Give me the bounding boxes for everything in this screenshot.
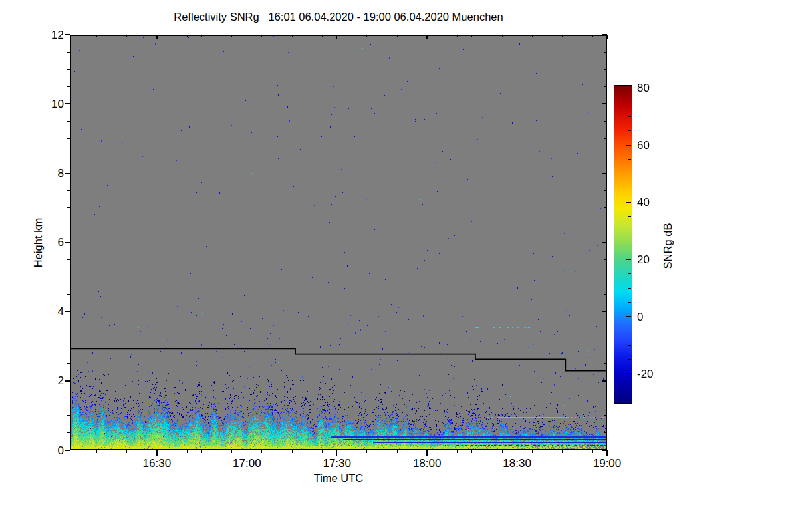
x-axis-top-minor-tick	[577, 35, 577, 37]
y-axis-right-minor-tick	[604, 69, 607, 70]
colorbar-minor-tick	[628, 345, 631, 346]
y-axis-right-tick	[602, 380, 607, 382]
y-axis-minor-tick	[67, 121, 70, 122]
colorbar-major-tick	[626, 202, 631, 203]
colorbar-major-tick	[626, 88, 631, 88]
y-axis-minor-tick	[67, 69, 70, 70]
x-axis-top-minor-tick	[366, 35, 367, 37]
y-axis-minor-tick	[67, 190, 70, 191]
y-axis-major-tick	[65, 450, 70, 451]
x-axis-top-minor-tick	[397, 35, 398, 37]
y-axis-right-tick	[602, 311, 607, 313]
y-axis-major-tick	[65, 34, 70, 35]
colorbar-tick-label: 80	[637, 82, 650, 94]
x-axis-top-minor-tick	[172, 35, 172, 37]
x-axis-top-tick	[156, 35, 158, 39]
x-axis-minor-tick	[261, 450, 262, 453]
y-axis-right-minor-tick	[604, 156, 607, 156]
y-axis-minor-tick	[67, 415, 70, 416]
x-axis-minor-tick	[532, 450, 533, 453]
y-axis-right-tick	[602, 450, 607, 451]
x-axis-top-minor-tick	[382, 35, 382, 37]
x-axis-minor-tick	[577, 450, 577, 453]
colorbar-label: SNRg dB	[662, 223, 674, 269]
y-axis-right-minor-tick	[604, 294, 607, 295]
colorbar-minor-tick	[628, 231, 631, 231]
colorbar-minor-tick	[628, 359, 631, 360]
colorbar-minor-tick	[628, 302, 631, 303]
x-axis-top-minor-tick	[201, 35, 202, 37]
y-axis-tick-label: 12	[39, 29, 64, 41]
y-axis-minor-tick	[67, 156, 70, 156]
y-axis-minor-tick	[67, 138, 70, 139]
x-axis-top-tick	[247, 35, 248, 39]
x-axis-tick-label: 17:00	[233, 457, 261, 469]
y-axis-right-minor-tick	[604, 259, 607, 260]
x-axis-tick-label: 19:00	[593, 457, 622, 469]
x-axis-major-tick	[336, 450, 338, 456]
x-axis-top-minor-tick	[82, 35, 82, 37]
y-axis-minor-tick	[67, 207, 70, 208]
colorbar-tick-label: 60	[637, 139, 650, 152]
colorbar-minor-tick	[628, 331, 631, 331]
x-axis-minor-tick	[352, 450, 352, 453]
x-axis-minor-tick	[172, 450, 172, 453]
y-axis-minor-tick	[67, 346, 70, 346]
x-axis-top-minor-tick	[96, 35, 97, 37]
x-axis-top-minor-tick	[532, 35, 533, 37]
y-axis-right-minor-tick	[604, 86, 607, 87]
y-axis-right-minor-tick	[604, 138, 607, 139]
x-axis-top-minor-tick	[187, 35, 188, 37]
y-axis-right-minor-tick	[604, 398, 607, 398]
x-axis-top-minor-tick	[142, 35, 142, 37]
colorbar-major-tick	[626, 373, 631, 374]
x-axis-minor-tick	[277, 450, 277, 453]
x-axis-top-minor-tick	[112, 35, 112, 37]
y-axis-right-minor-tick	[604, 329, 607, 329]
x-axis-top-minor-tick	[592, 35, 593, 37]
x-axis-major-tick	[247, 450, 248, 456]
y-axis-tick-label: 2	[39, 374, 64, 387]
y-axis-tick-label: 4	[39, 305, 64, 318]
x-axis-minor-tick	[82, 450, 82, 453]
x-axis-major-tick	[517, 450, 518, 456]
y-axis-right-tick	[602, 242, 607, 243]
x-axis-minor-tick	[322, 450, 323, 453]
x-axis-minor-tick	[307, 450, 307, 453]
x-axis-top-minor-tick	[502, 35, 503, 37]
x-axis-minor-tick	[442, 450, 442, 453]
x-axis-minor-tick	[487, 450, 487, 453]
x-axis-minor-tick	[126, 450, 127, 453]
colorbar-minor-tick	[628, 102, 631, 102]
colorbar-minor-tick	[628, 273, 631, 274]
y-axis-minor-tick	[67, 259, 70, 260]
y-axis-major-tick	[65, 380, 70, 382]
heatmap-canvas	[70, 35, 607, 450]
x-axis-minor-tick	[142, 450, 142, 453]
x-axis-top-minor-tick	[547, 35, 547, 37]
colorbar-tick-label: -20	[637, 368, 654, 380]
x-axis-minor-tick	[112, 450, 112, 453]
x-axis-top-minor-tick	[217, 35, 217, 37]
y-axis-major-tick	[65, 103, 70, 104]
x-axis-minor-tick	[397, 450, 398, 453]
x-axis-top-minor-tick	[412, 35, 412, 37]
colorbar-major-tick	[626, 259, 631, 260]
y-axis-right-minor-tick	[604, 363, 607, 364]
colorbar-minor-tick	[628, 288, 631, 289]
x-axis-minor-tick	[96, 450, 97, 453]
y-axis-minor-tick	[67, 86, 70, 87]
y-axis-minor-tick	[67, 329, 70, 329]
colorbar-minor-tick	[628, 130, 631, 131]
chart-title: Reflectivity SNRg 16:01 06.04.2020 - 19:…	[70, 11, 607, 23]
x-axis-top-minor-tick	[457, 35, 458, 37]
y-axis-tick-label: 10	[39, 98, 64, 110]
x-axis-top-minor-tick	[292, 35, 293, 37]
x-axis-top-minor-tick	[322, 35, 323, 37]
x-axis-minor-tick	[562, 450, 563, 453]
colorbar-minor-tick	[628, 159, 631, 160]
y-axis-minor-tick	[67, 225, 70, 225]
x-axis-minor-tick	[471, 450, 472, 453]
x-axis-minor-tick	[217, 450, 217, 453]
x-axis-tick-label: 16:30	[143, 457, 172, 469]
